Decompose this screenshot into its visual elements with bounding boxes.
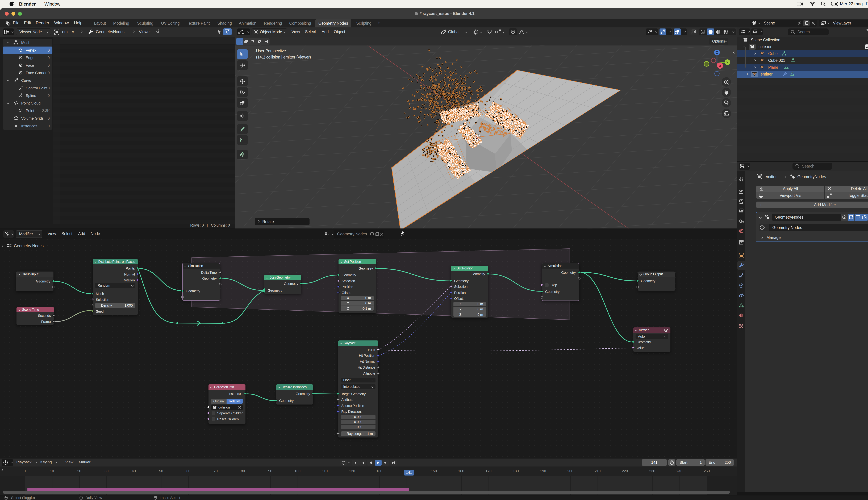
svg-text:Z: Z xyxy=(716,51,718,54)
svg-text:Y: Y xyxy=(726,60,729,64)
svg-text:X: X xyxy=(719,64,721,68)
